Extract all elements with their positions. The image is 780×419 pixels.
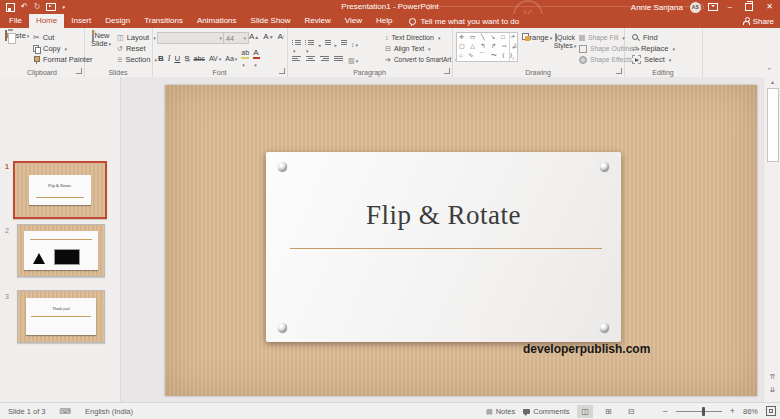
slide-thumbnail-1[interactable]: Flip & Rotate xyxy=(13,161,107,219)
comments-button[interactable]: Comments xyxy=(523,407,569,416)
fit-slide-to-window-icon[interactable] xyxy=(766,406,776,416)
tab-insert[interactable]: Insert xyxy=(64,14,98,28)
avatar[interactable]: AS xyxy=(690,2,701,13)
slide-sorter-view-button[interactable] xyxy=(601,405,616,418)
zoom-out-button[interactable]: − xyxy=(662,406,667,416)
tab-home[interactable]: Home xyxy=(29,14,64,28)
ribbon-display-options-icon[interactable] xyxy=(708,3,718,11)
zoom-level[interactable]: 86% xyxy=(743,407,758,416)
zoom-slider-thumb[interactable] xyxy=(702,407,705,416)
reading-view-button[interactable] xyxy=(624,405,639,418)
text-direction-button[interactable]: Text Direction xyxy=(385,32,458,43)
quick-styles-button[interactable]: Quick Styles xyxy=(552,34,578,50)
close-button[interactable]: ✕ xyxy=(763,0,776,14)
layout-button[interactable]: Layout xyxy=(117,32,157,43)
tab-transitions[interactable]: Transitions xyxy=(137,14,190,28)
tell-me-box[interactable]: Tell me what you want to do xyxy=(409,14,519,28)
shrink-font-button[interactable]: A▼ xyxy=(261,31,275,43)
restore-button[interactable] xyxy=(745,3,753,11)
scroll-up-icon[interactable]: ▲ xyxy=(764,79,780,85)
tab-review[interactable]: Review xyxy=(298,14,338,28)
previous-slide-icon[interactable]: ⇈ xyxy=(764,372,780,381)
increase-indent-button[interactable] xyxy=(341,39,347,46)
character-spacing-button[interactable]: AV xyxy=(207,53,223,65)
tab-animations[interactable]: Animations xyxy=(190,14,244,28)
share-label: Share xyxy=(753,17,774,26)
underline-button[interactable]: U xyxy=(172,53,182,65)
share-button[interactable]: Share xyxy=(743,14,774,28)
copy-icon xyxy=(33,45,40,53)
shapes-gallery-scrollbar[interactable]: ▲▼≡ xyxy=(509,33,517,61)
slide-editing-area[interactable]: Flip & Rotate developerpublish.com xyxy=(165,85,757,396)
paragraph-dialog-launcher[interactable] xyxy=(444,68,450,74)
replace-icon xyxy=(632,44,638,53)
italic-button[interactable]: I xyxy=(166,53,173,65)
paste-button[interactable]: Paste xyxy=(4,32,30,40)
slide-show-button[interactable] xyxy=(646,410,654,412)
change-case-button[interactable]: Aa xyxy=(223,53,239,65)
tab-file[interactable]: File xyxy=(2,14,29,28)
numbering-button[interactable] xyxy=(305,39,314,46)
language-keyboard-icon[interactable] xyxy=(60,407,72,416)
watermark-text: developerpublish.com xyxy=(523,342,650,356)
reset-button[interactable]: Reset xyxy=(117,43,157,54)
section-icon xyxy=(117,56,122,64)
justify-button[interactable] xyxy=(334,55,343,62)
align-text-button[interactable]: Align Text xyxy=(385,43,458,54)
columns-button[interactable] xyxy=(348,49,358,67)
clear-formatting-button[interactable]: A⁄ xyxy=(276,31,286,43)
thumbnail-number-2: 2 xyxy=(5,227,9,234)
slide-title-text[interactable]: Flip & Rotate xyxy=(266,200,621,231)
font-size-combo[interactable]: 44▾ xyxy=(223,32,249,44)
tab-view[interactable]: View xyxy=(338,14,369,28)
tab-help[interactable]: Help xyxy=(369,14,399,28)
section-button[interactable]: Section xyxy=(117,54,157,65)
new-slide-button[interactable]: New Slide xyxy=(87,32,115,48)
tab-design[interactable]: Design xyxy=(98,14,137,28)
vertical-scrollbar[interactable]: ▲ ⇈ ⇊ xyxy=(763,77,780,402)
shapes-row-3[interactable]: ⌂ ∿ ⌒ 〜 { } xyxy=(457,51,517,60)
find-button[interactable]: Find xyxy=(632,32,675,43)
user-name[interactable]: Annie Sanjana xyxy=(631,3,683,12)
align-text-icon xyxy=(385,45,391,53)
grow-font-button[interactable]: A▲ xyxy=(247,31,261,43)
drawing-dialog-launcher[interactable] xyxy=(616,68,622,74)
slide-indicator[interactable]: Slide 1 of 3 xyxy=(8,407,46,416)
slide-thumbnail-3[interactable]: Thank you! xyxy=(17,290,105,343)
shapes-gallery[interactable]: ✛ ▭ ╲ ↘ □ ○ ▢ △ ↰ ↱ ⇨ ⇩ ⌂ ∿ ⌒ 〜 { } ▲▼≡ xyxy=(456,32,518,62)
shapes-row-1[interactable]: ✛ ▭ ╲ ↘ □ ○ xyxy=(457,33,517,42)
tab-slide-show[interactable]: Slide Show xyxy=(244,14,298,28)
scrollbar-thumb[interactable] xyxy=(767,88,779,162)
align-center-button[interactable] xyxy=(306,55,315,62)
group-label-editing: Editing xyxy=(624,69,702,76)
strikethrough-button[interactable]: abc xyxy=(192,53,207,65)
zoom-in-button[interactable]: + xyxy=(730,406,735,416)
shapes-row-2[interactable]: ▢ △ ↰ ↱ ⇨ ⇩ xyxy=(457,42,517,51)
zoom-slider[interactable] xyxy=(676,411,722,412)
select-icon xyxy=(632,55,641,64)
align-left-button[interactable] xyxy=(292,55,301,62)
font-dialog-launcher[interactable] xyxy=(279,68,285,74)
font-name-combo[interactable]: ▾ xyxy=(157,32,225,44)
convert-smartart-button[interactable]: Convert to SmartArt xyxy=(385,54,458,65)
clipboard-dialog-launcher[interactable] xyxy=(76,68,82,74)
replace-button[interactable]: Replace xyxy=(632,43,675,54)
font-color-button[interactable]: A xyxy=(251,47,262,71)
collapse-ribbon-icon[interactable]: ⌃ xyxy=(766,67,772,75)
align-right-button[interactable] xyxy=(320,55,329,62)
slide-thumbnail-2[interactable] xyxy=(17,224,105,277)
notes-button[interactable]: Notes xyxy=(486,407,515,416)
language-label[interactable]: English (India) xyxy=(85,407,133,416)
minimize-button[interactable]: – xyxy=(725,0,735,14)
bullets-button[interactable] xyxy=(292,39,301,46)
normal-view-button[interactable] xyxy=(577,405,593,418)
bold-button[interactable]: B xyxy=(156,53,166,65)
slide-paper[interactable]: Flip & Rotate xyxy=(266,152,621,342)
group-label-font: Font xyxy=(152,69,287,76)
text-shadow-button[interactable]: S xyxy=(182,53,191,65)
select-button[interactable]: Select xyxy=(632,54,675,65)
highlight-color-button[interactable]: ab xyxy=(239,47,251,71)
decrease-indent-button[interactable] xyxy=(325,39,331,46)
next-slide-icon[interactable]: ⇊ xyxy=(764,385,780,394)
arrange-button[interactable]: Arrange xyxy=(522,34,550,42)
